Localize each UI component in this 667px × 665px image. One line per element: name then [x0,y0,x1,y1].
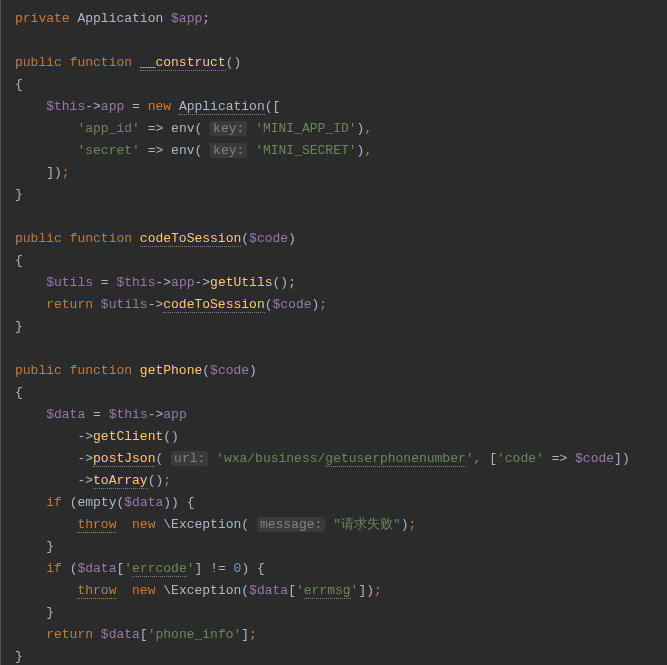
code-line[interactable] [15,30,667,52]
keyword-public: public [15,363,62,378]
code-line[interactable]: 'app_id' => env( key: 'MINI_APP_ID'), [15,118,667,140]
code-line[interactable]: private Application $app; [15,8,667,30]
fn-codetosession: codeToSession [140,231,241,247]
paren: ( [265,297,273,312]
paren: ( [241,231,249,246]
assign: = [93,407,101,422]
code-line[interactable]: $this->app = new Application([ [15,96,667,118]
string-mini-secret: 'MINI_SECRET' [255,143,356,158]
semicolon: ; [163,473,171,488]
code-line[interactable]: public function __construct() [15,52,667,74]
keyword-new: new [148,99,171,114]
paren: ) [171,495,179,510]
code-line[interactable]: } [15,646,667,665]
fat-arrow: => [552,451,568,466]
var-data: $data [46,407,85,422]
string-errcode: errcode [132,561,187,577]
fn-env: env [171,143,194,158]
paren: ( [163,429,171,444]
semicolon: ; [409,517,417,532]
brace: } [15,187,23,202]
keyword-new: new [132,583,155,598]
code-line[interactable]: } [15,316,667,338]
hint-key: key: [210,143,247,158]
paren: ) [280,275,288,290]
code-line[interactable]: $utils = $this->app->getUtils(); [15,272,667,294]
keyword-throw: throw [77,517,116,533]
class-exception: Exception [171,517,241,532]
keyword-return: return [46,297,93,312]
fn-getphone: getPhone [140,363,202,378]
code-line[interactable]: } [15,184,667,206]
paren: ( [226,55,234,70]
code-line[interactable]: ->toArray(); [15,470,667,492]
code-line[interactable]: if (empty($data)) { [15,492,667,514]
string-url-path: getuserphonenumber [325,451,465,467]
arrow: -> [148,407,164,422]
arrow: -> [77,429,93,444]
hint-message: message: [257,517,325,532]
bracket: [ [140,627,148,642]
code-line[interactable]: if ($data['errcode'] != 0) { [15,558,667,580]
code-line[interactable]: } [15,536,667,558]
keyword-public: public [15,55,62,70]
bracket: [ [273,99,281,114]
paren: ( [194,121,202,136]
code-line[interactable]: throw new \Exception($data['errmsg']); [15,580,667,602]
code-line[interactable]: { [15,74,667,96]
backslash: \ [163,517,171,532]
arrow: -> [77,451,93,466]
class-application: Application [179,99,265,115]
code-line[interactable]: return $utils->codeToSession($code); [15,294,667,316]
bracket: ] [241,627,249,642]
keyword-throw: throw [77,583,116,599]
brace: { [257,561,265,576]
paren: ( [202,363,210,378]
brace: } [15,649,23,664]
paren: ) [234,55,242,70]
paren: ) [366,583,374,598]
arrow: -> [195,275,211,290]
code-line[interactable] [15,338,667,360]
assign: = [101,275,109,290]
code-line[interactable]: 'secret' => env( key: 'MINI_SECRET'), [15,140,667,162]
backslash: \ [163,583,171,598]
code-line[interactable]: public function getPhone($code) [15,360,667,382]
code-line[interactable]: { [15,250,667,272]
prop-app: app [101,99,124,114]
string-quote: ' [296,583,304,598]
paren: ) [288,231,296,246]
assign: = [132,99,140,114]
prop-app: app [163,407,186,422]
arrow: -> [77,473,93,488]
string-phoneinfo: 'phone_info' [148,627,242,642]
var-code: $code [273,297,312,312]
code-line[interactable]: public function codeToSession($code) [15,228,667,250]
arrow: -> [155,275,171,290]
code-line[interactable] [15,206,667,228]
fn-env: env [171,121,194,136]
comma: , [474,451,482,466]
code-line[interactable]: $data = $this->app [15,404,667,426]
code-line[interactable]: ->getClient() [15,426,667,448]
string-error: "请求失败" [333,517,401,532]
paren: ) [241,561,249,576]
code-line[interactable]: throw new \Exception( message: "请求失败"); [15,514,667,536]
code-line[interactable]: return $data['phone_info']; [15,624,667,646]
fat-arrow: => [148,121,164,136]
paren: ) [249,363,257,378]
var-code: $code [249,231,288,246]
var-data: $data [77,561,116,576]
code-line[interactable]: ]); [15,162,667,184]
keyword-public: public [15,231,62,246]
code-line[interactable]: } [15,602,667,624]
code-editor[interactable]: private Application $app; public functio… [0,0,667,665]
semicolon: ; [374,583,382,598]
fat-arrow: => [148,143,164,158]
code-line[interactable]: ->postJson( url: 'wxa/business/getuserph… [15,448,667,470]
fn-empty: empty [77,495,116,510]
semicolon: ; [319,297,327,312]
hint-url: url: [171,451,208,466]
brace: { [187,495,195,510]
code-line[interactable]: { [15,382,667,404]
